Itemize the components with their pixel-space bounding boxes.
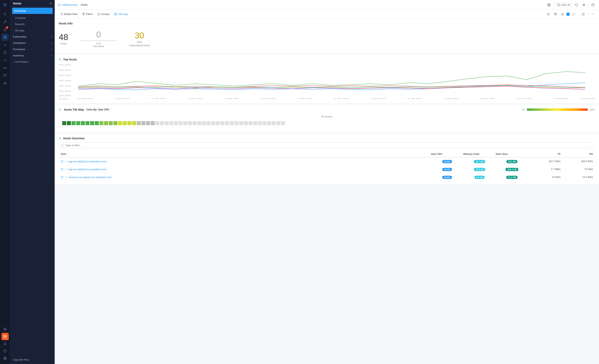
tile[interactable] bbox=[202, 121, 206, 125]
tile[interactable] bbox=[81, 121, 85, 125]
refresh-icon-btn[interactable] bbox=[574, 2, 579, 8]
infra-app-btn[interactable]: Infra App bbox=[112, 12, 130, 17]
tile[interactable] bbox=[113, 121, 117, 125]
tile[interactable] bbox=[169, 121, 173, 125]
tile[interactable] bbox=[146, 121, 150, 125]
tile[interactable] bbox=[67, 121, 71, 125]
help-icon-btn[interactable] bbox=[1, 347, 9, 355]
tile[interactable] bbox=[127, 121, 132, 125]
rocket-icon-btn[interactable] bbox=[1, 18, 9, 25]
tile[interactable] bbox=[183, 121, 187, 125]
report-icon-btn[interactable] bbox=[1, 49, 9, 56]
code-icon-btn[interactable] bbox=[1, 57, 9, 64]
time-range-selector[interactable]: Last 1 hr bbox=[555, 3, 572, 7]
tile[interactable] bbox=[281, 121, 285, 125]
tile[interactable] bbox=[86, 121, 89, 125]
sidebar-item-overview[interactable]: Overview bbox=[12, 8, 53, 14]
tile[interactable] bbox=[118, 121, 122, 125]
host-cell[interactable]: ↗ common-es-data11.eu.sematext.com bbox=[61, 176, 431, 179]
sidebar-item-inventory[interactable]: Inventory › bbox=[10, 52, 55, 59]
filter-input[interactable] bbox=[65, 144, 589, 147]
split-view-icon-btn[interactable] bbox=[580, 11, 586, 17]
tile[interactable] bbox=[165, 121, 169, 125]
tile[interactable] bbox=[207, 121, 211, 125]
tile[interactable] bbox=[193, 121, 197, 125]
tile[interactable] bbox=[174, 121, 178, 125]
dashboard-icon-btn[interactable] bbox=[1, 34, 9, 41]
more-options-btn[interactable] bbox=[590, 11, 596, 17]
tile[interactable] bbox=[197, 121, 201, 125]
upgrade-plan-button[interactable]: Upgrade Plan bbox=[10, 355, 55, 364]
sidebar-item-processes[interactable]: Processes › bbox=[10, 46, 55, 52]
tile[interactable] bbox=[258, 121, 262, 125]
tile[interactable] bbox=[123, 121, 127, 125]
tile[interactable] bbox=[90, 121, 94, 125]
search-icon-btn[interactable] bbox=[1, 10, 9, 18]
tile[interactable] bbox=[155, 121, 159, 125]
tile[interactable] bbox=[276, 121, 281, 125]
sidebar-item-containers[interactable]: Containers › bbox=[10, 40, 55, 46]
tile[interactable] bbox=[99, 121, 104, 125]
tile[interactable] bbox=[71, 121, 76, 125]
fullscreen-icon-btn[interactable] bbox=[571, 11, 577, 17]
layout-icon-btn[interactable] bbox=[546, 2, 552, 8]
tile[interactable] bbox=[141, 121, 145, 125]
globe-icon-btn[interactable] bbox=[1, 355, 9, 362]
flag-icon-btn[interactable] bbox=[1, 72, 9, 79]
share-icon-btn[interactable] bbox=[559, 11, 565, 17]
tile[interactable] bbox=[76, 121, 80, 125]
tile[interactable] bbox=[235, 121, 238, 125]
tile[interactable] bbox=[272, 121, 276, 125]
pause-icon-btn[interactable] bbox=[581, 2, 587, 8]
tile[interactable] bbox=[132, 121, 136, 125]
tile[interactable] bbox=[225, 121, 229, 125]
tile[interactable] bbox=[248, 121, 253, 125]
sidebar-item-storage[interactable]: Storage bbox=[10, 27, 55, 34]
tile[interactable] bbox=[95, 121, 99, 125]
filters-btn[interactable]: Filters bbox=[80, 12, 95, 17]
host-cell[interactable]: ↗ logs-es-data22.eu.sematext.com bbox=[61, 168, 431, 171]
th-disk[interactable]: Disk Used bbox=[496, 153, 528, 155]
th-cpu[interactable]: User CPU ↓ bbox=[431, 153, 463, 155]
tile[interactable] bbox=[151, 121, 155, 125]
tile[interactable] bbox=[263, 121, 266, 125]
tile[interactable] bbox=[253, 121, 257, 125]
default-view-btn[interactable]: Default View bbox=[58, 12, 79, 17]
tile[interactable] bbox=[230, 121, 234, 125]
sidebar-header[interactable]: Hosts ▼ bbox=[10, 0, 55, 7]
tile[interactable] bbox=[160, 121, 164, 125]
th-tx[interactable]: TX bbox=[528, 153, 561, 155]
th-memory[interactable]: Memory Used bbox=[463, 153, 496, 155]
sidebar-item-compute[interactable]: Compute bbox=[10, 15, 55, 21]
mail-icon-btn[interactable] bbox=[552, 11, 558, 17]
alert-icon-btn[interactable]: ! bbox=[1, 26, 9, 33]
bar-chart-icon-btn[interactable] bbox=[1, 41, 9, 49]
notification-badge[interactable]: 2 bbox=[566, 12, 570, 16]
tile[interactable] bbox=[188, 121, 192, 125]
filter-bar[interactable] bbox=[59, 142, 595, 148]
team-icon-btn[interactable] bbox=[1, 80, 9, 87]
groups-btn[interactable]: Groups bbox=[96, 12, 111, 17]
tile[interactable] bbox=[216, 121, 220, 125]
settings-icon-btn[interactable] bbox=[1, 326, 9, 333]
tile[interactable] bbox=[137, 121, 141, 125]
sidebar-item-network[interactable]: Network bbox=[10, 21, 55, 27]
add-report-button[interactable]: + Add Report bbox=[10, 59, 55, 65]
sidebar-item-kubernetes[interactable]: Kubernetes › bbox=[10, 34, 55, 40]
tile[interactable] bbox=[104, 121, 108, 125]
breadcrumb-parent[interactable]: Infrastructure bbox=[62, 3, 78, 6]
monitor-icon-btn[interactable] bbox=[546, 11, 552, 17]
tile[interactable] bbox=[239, 121, 243, 125]
tile[interactable] bbox=[220, 121, 225, 125]
gift-icon-btn[interactable] bbox=[1, 333, 9, 340]
tile[interactable] bbox=[62, 121, 66, 125]
tile[interactable] bbox=[211, 121, 215, 125]
tile[interactable] bbox=[244, 121, 248, 125]
th-rx[interactable]: RX bbox=[561, 153, 593, 155]
bell-icon-btn[interactable] bbox=[1, 340, 9, 347]
host-cell[interactable]: ↗ logs-es-data15.eu.sematext.com bbox=[61, 160, 431, 163]
tile[interactable] bbox=[267, 121, 271, 125]
integration-icon-btn[interactable] bbox=[1, 64, 9, 72]
tile[interactable] bbox=[109, 121, 113, 125]
tile[interactable] bbox=[179, 121, 183, 125]
